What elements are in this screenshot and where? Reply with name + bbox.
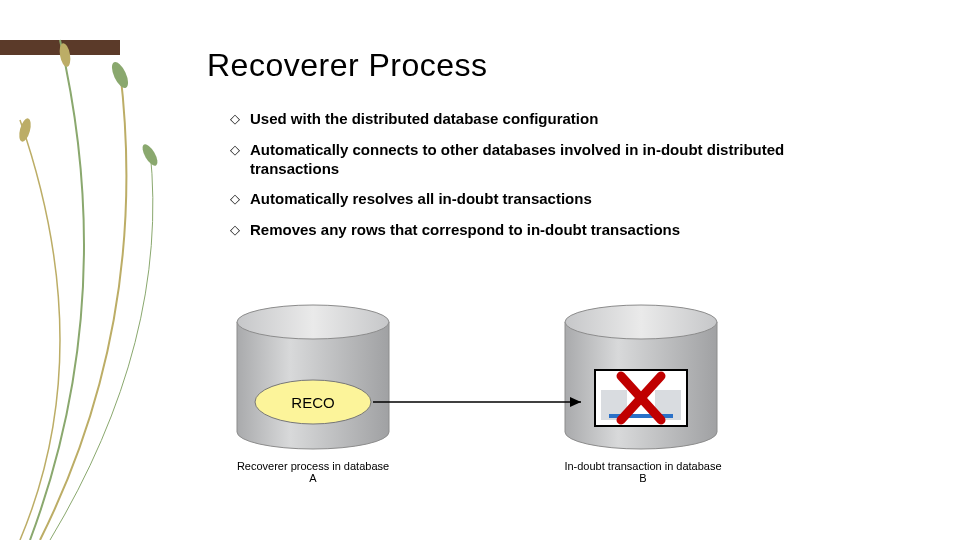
bullet-text: Removes any rows that correspond to in-d… [250,221,680,240]
accent-bar [0,40,120,55]
slide: Recoverer Process ◇ Used with the distri… [0,0,960,540]
diamond-icon: ◇ [230,222,240,238]
bullet-item: ◇ Automatically connects to other databa… [230,141,870,179]
diagram: RECO Recoverer pro [225,300,865,520]
caption-left: Recoverer process in database A [233,460,393,484]
svg-point-0 [109,60,132,90]
bullet-list: ◇ Used with the distributed database con… [230,110,870,252]
bullet-text: Automatically connects to other database… [250,141,870,179]
diagram-svg: RECO [225,300,865,520]
decorative-plant [0,0,200,540]
caption-right: In-doubt transaction in database B [563,460,723,484]
diamond-icon: ◇ [230,111,240,127]
page-title: Recoverer Process [207,47,488,84]
bullet-item: ◇ Used with the distributed database con… [230,110,870,129]
bullet-text: Used with the distributed database confi… [250,110,598,129]
diamond-icon: ◇ [230,142,240,158]
database-b-cylinder [565,305,717,449]
diamond-icon: ◇ [230,191,240,207]
svg-point-2 [140,142,161,168]
svg-point-4 [237,305,389,339]
database-a-cylinder: RECO [237,305,389,449]
reco-label: RECO [291,394,334,411]
svg-point-3 [17,117,33,143]
bullet-text: Automatically resolves all in-doubt tran… [250,190,592,209]
bullet-item: ◇ Removes any rows that correspond to in… [230,221,870,240]
bullet-item: ◇ Automatically resolves all in-doubt tr… [230,190,870,209]
svg-point-5 [565,305,717,339]
arrow-icon [373,397,581,407]
